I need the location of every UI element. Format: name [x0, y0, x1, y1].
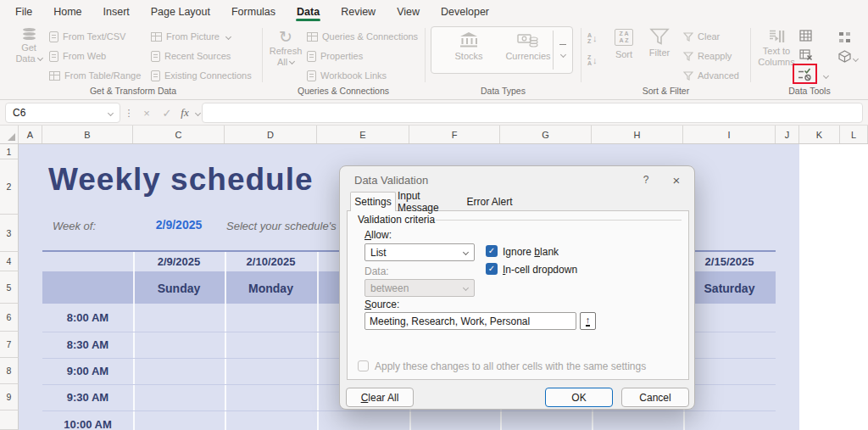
sort-button[interactable]: Z AA Z Sort	[607, 29, 641, 60]
row-header-4[interactable]: 4	[0, 252, 19, 271]
week-of-label[interactable]: Week of:	[53, 220, 96, 232]
column-header-d[interactable]: D	[225, 126, 317, 143]
text-to-columns-button[interactable]: Text to Columns	[756, 29, 797, 68]
queries-connections-button[interactable]: Queries & Connections	[307, 30, 418, 43]
column-header-g[interactable]: G	[500, 126, 592, 143]
formula-input[interactable]	[202, 103, 863, 123]
flash-fill-button[interactable]	[799, 30, 812, 45]
cancel-button[interactable]: Cancel	[621, 388, 689, 407]
recent-sources-button[interactable]: Recent Sources	[151, 49, 231, 63]
select-all-corner[interactable]	[0, 126, 19, 143]
menu-tab-developer[interactable]: Developer	[439, 3, 491, 21]
ignore-blank-checkbox[interactable]: ✓	[486, 245, 498, 257]
clear-all-button[interactable]: Clear All	[346, 388, 414, 407]
filter-button[interactable]: Filter	[643, 28, 676, 59]
name-box[interactable]: C6	[5, 103, 120, 123]
from-picture-button[interactable]: From Picture	[151, 30, 231, 43]
date-cell-monday[interactable]: 2/10/2025	[225, 254, 317, 270]
tab-input-message[interactable]: Input Message	[398, 192, 460, 211]
remove-duplicates-button[interactable]	[799, 49, 813, 64]
gallery-divider	[553, 31, 554, 70]
currencies-button[interactable]: Currencies	[501, 31, 555, 61]
cancel-entry-button[interactable]: ×	[137, 103, 156, 123]
day-cell-sunday[interactable]: Sunday	[133, 280, 225, 297]
stocks-button[interactable]: Stocks	[442, 31, 496, 61]
menu-tab-review[interactable]: Review	[339, 3, 377, 21]
row-header-2[interactable]: 2	[0, 159, 19, 215]
column-header-a[interactable]: A	[19, 126, 42, 143]
sheet-title[interactable]: Weekly schedule	[48, 162, 314, 198]
menu-tab-view[interactable]: View	[395, 3, 421, 21]
time-cell-900[interactable]: 9:00 AM	[42, 364, 133, 377]
close-button[interactable]: ×	[667, 171, 686, 188]
menu-tab-formulas[interactable]: Formulas	[230, 3, 277, 21]
down-arrow-icon: ↓	[593, 36, 598, 42]
properties-icon	[307, 51, 316, 62]
date-cell-sunday[interactable]: 2/9/2025	[133, 254, 225, 270]
column-header-j[interactable]: J	[776, 126, 799, 143]
in-cell-dropdown-checkbox[interactable]: ✓	[486, 263, 498, 275]
clear-filter-button[interactable]: Clear	[683, 30, 720, 43]
tab-error-alert[interactable]: Error Alert	[462, 192, 517, 211]
connection-icon	[151, 70, 160, 81]
from-table-range-button[interactable]: From Table/Range	[49, 69, 141, 82]
apply-to-all-checkbox[interactable]	[358, 360, 369, 371]
tab-settings[interactable]: Settings	[350, 192, 396, 211]
column-header-l[interactable]: L	[840, 126, 868, 143]
column-header-i[interactable]: I	[683, 126, 776, 143]
funnel-refresh-icon	[683, 52, 693, 61]
menu-tab-data[interactable]: Data	[295, 3, 321, 21]
data-validation-dropdown[interactable]	[823, 73, 829, 79]
data-model-button[interactable]	[838, 50, 858, 66]
reapply-filter-button[interactable]: Reapply	[683, 49, 732, 63]
refresh-all-button[interactable]: ↻ Refresh All	[267, 28, 304, 68]
allow-dropdown[interactable]: List	[364, 243, 475, 261]
sort-ascending-button[interactable]: AZ↓	[587, 32, 598, 44]
row-header-1[interactable]: 1	[0, 144, 19, 159]
ok-button[interactable]: OK	[545, 388, 613, 407]
time-cell-1000[interactable]: 10:00 AM	[42, 417, 133, 430]
row-header-7[interactable]: 7	[0, 332, 19, 358]
day-cell-monday[interactable]: Monday	[225, 280, 317, 297]
column-header-h[interactable]: H	[592, 126, 683, 143]
row-header-8[interactable]: 8	[0, 358, 19, 384]
existing-connections-button[interactable]: Existing Connections	[151, 69, 252, 82]
menu-tab-insert[interactable]: Insert	[102, 3, 131, 21]
insert-function-button[interactable]: fx	[176, 103, 193, 123]
row-header-9[interactable]: 9	[0, 384, 19, 410]
collapse-dialog-button[interactable]: ↑	[580, 312, 596, 330]
workbook-links-button[interactable]: Workbook Links	[307, 69, 387, 82]
help-button[interactable]: ?	[637, 171, 655, 188]
database-icon	[23, 28, 36, 31]
column-header-c[interactable]: C	[133, 126, 225, 143]
sort-descending-button[interactable]: ZA↓	[587, 54, 598, 66]
from-web-button[interactable]: From Web	[49, 49, 106, 63]
row-header-3[interactable]: 3	[0, 215, 19, 252]
gallery-more-button[interactable]	[557, 44, 569, 62]
row-header-5[interactable]: 5	[0, 271, 19, 304]
column-header-e[interactable]: E	[317, 126, 409, 143]
column-header-k[interactable]: K	[799, 126, 840, 143]
advanced-filter-button[interactable]: Advanced	[683, 69, 739, 82]
menu-tab-home[interactable]: Home	[52, 3, 83, 21]
week-of-value[interactable]: 2/9/2025	[133, 217, 225, 232]
data-validation-dialog: Data Validation ? × Settings Input Messa…	[339, 165, 695, 410]
confirm-entry-button[interactable]: ✓	[158, 103, 176, 123]
row-header-10[interactable]	[0, 410, 19, 430]
time-cell-930[interactable]: 9:30 AM	[42, 390, 133, 404]
menu-tab-file[interactable]: File	[14, 3, 34, 21]
source-input[interactable]	[364, 312, 576, 330]
consolidate-button[interactable]	[838, 31, 851, 47]
column-header-b[interactable]: B	[42, 126, 133, 143]
ribbon-tab-bar: File Home Insert Page Layout Formulas Da…	[0, 0, 868, 23]
from-text-csv-button[interactable]: From Text/CSV	[49, 30, 125, 43]
get-data-button[interactable]: Get Data	[10, 28, 47, 64]
menu-tab-page-layout[interactable]: Page Layout	[149, 3, 212, 21]
column-header-f[interactable]: F	[409, 126, 500, 143]
time-cell-830[interactable]: 8:30 AM	[42, 338, 133, 351]
properties-button[interactable]: Properties	[307, 49, 363, 63]
time-cell-800[interactable]: 8:00 AM	[42, 310, 133, 324]
date-cell-saturday[interactable]: 2/15/2025	[683, 254, 776, 270]
day-cell-saturday[interactable]: Saturday	[683, 280, 776, 297]
row-header-6[interactable]: 6	[0, 304, 19, 332]
